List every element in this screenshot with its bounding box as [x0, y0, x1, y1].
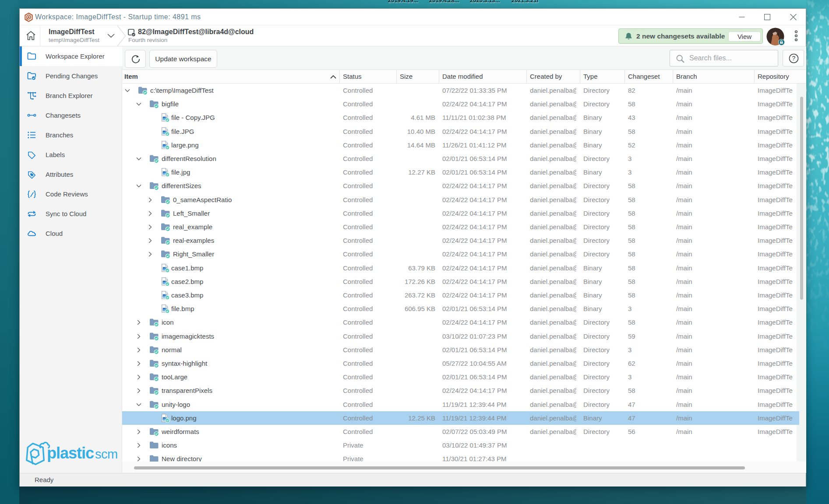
svg-text:plastic: plastic [47, 444, 94, 462]
svg-text:scm: scm [95, 447, 118, 461]
svg-text:?: ? [792, 55, 796, 62]
